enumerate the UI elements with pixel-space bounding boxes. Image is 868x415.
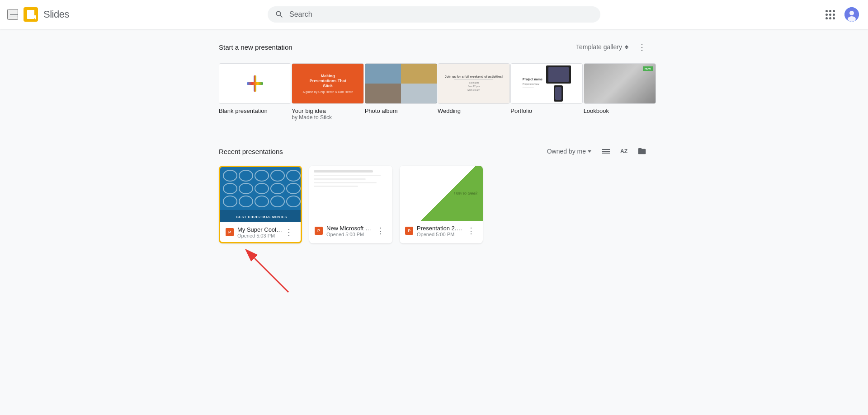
template-card-lookbook[interactable]: NEW Lookbook xyxy=(584,63,649,121)
chevron-down-icon xyxy=(588,150,591,153)
plus-icon xyxy=(247,75,263,92)
sort-az-button[interactable]: AZ xyxy=(617,144,631,159)
presentations-row: BEST CHRISTMAS MOVIES P My Super Cool Pr… xyxy=(219,166,649,243)
pres-details-1: My Super Cool Presentati... Opened 5:03 … xyxy=(237,226,283,238)
template-card-portfolio[interactable]: Project name Project overview————— xyxy=(510,63,576,121)
presentation-thumbnail-2 xyxy=(309,166,392,221)
search-input[interactable]: Search xyxy=(289,10,312,19)
template-name-blank: Blank presentation xyxy=(219,107,268,114)
template-thumbnail-blank xyxy=(219,63,291,104)
template-card-blank[interactable]: Blank presentation xyxy=(219,63,284,121)
template-subtitle-big-idea: by Made to Stick xyxy=(292,114,332,121)
wedding-divider xyxy=(454,79,493,80)
owned-by-filter-button[interactable]: Owned by me xyxy=(543,145,595,158)
red-arrow-icon xyxy=(230,247,320,297)
recent-section-header: Recent presentations Owned by me AZ xyxy=(219,144,649,159)
template-gallery-label: Template gallery xyxy=(576,43,622,51)
svg-point-2 xyxy=(848,16,856,22)
presentation-card-1[interactable]: BEST CHRISTMAS MOVIES P My Super Cool Pr… xyxy=(219,166,302,243)
pres-details-2: New Microsoft PowerPoi... Opened 5:00 PM xyxy=(326,225,374,237)
account-button[interactable] xyxy=(843,5,861,23)
svg-point-1 xyxy=(849,11,854,15)
portfolio-content: Project name Project overview————— xyxy=(523,78,542,89)
list-view-icon xyxy=(602,149,610,154)
more-options-button[interactable]: ⋮ xyxy=(635,40,649,54)
pres-type-icon-1: P xyxy=(226,228,234,236)
pres-info-left-3: P Presentation 2.pptx Opened 5:00 PM xyxy=(405,225,465,237)
template-gallery-controls: Template gallery ⋮ xyxy=(571,40,649,54)
template-thumbnail-big-idea: MakingPresentations ThatStick A guide by… xyxy=(292,63,364,104)
template-name-big-idea: Your big idea xyxy=(292,107,326,114)
template-name-lookbook: Lookbook xyxy=(584,107,609,114)
presentation-info-3: P Presentation 2.pptx Opened 5:00 PM ⋮ xyxy=(400,221,483,241)
pres-type-icon-3: P xyxy=(405,227,413,235)
list-view-button[interactable] xyxy=(599,144,613,159)
recent-controls: Owned by me AZ xyxy=(543,144,649,159)
big-idea-subtitle: A guide by Chip Heath & Dan Heath xyxy=(302,90,353,93)
template-card-big-idea[interactable]: MakingPresentations ThatStick A guide by… xyxy=(292,63,357,121)
arrow-annotation xyxy=(219,247,649,301)
template-card-photo-album[interactable]: Photo album xyxy=(365,63,430,121)
pres-name-2: New Microsoft PowerPoi... xyxy=(326,225,374,232)
recent-section: Recent presentations Owned by me AZ xyxy=(208,144,660,301)
pres-more-button-3[interactable]: ⋮ xyxy=(465,224,477,237)
photo-cell-1 xyxy=(365,64,401,84)
templates-row: Blank presentation MakingPresentations T… xyxy=(208,63,660,121)
presentation-thumbnail-3: How to Geek xyxy=(400,166,483,221)
template-card-wedding[interactable]: Join us for a full weekend of activities… xyxy=(438,63,503,121)
apps-grid-button[interactable] xyxy=(821,5,839,23)
presentation-info-1: P My Super Cool Presentati... Opened 5:0… xyxy=(220,222,301,242)
search-bar[interactable]: Search xyxy=(268,6,600,23)
app-name: Slides xyxy=(43,9,69,20)
big-idea-title: MakingPresentations ThatStick xyxy=(310,74,346,88)
template-name-photo-album: Photo album xyxy=(365,107,398,114)
header-right xyxy=(770,5,861,23)
pres-details-3: Presentation 2.pptx Opened 5:00 PM xyxy=(417,225,465,237)
owned-by-label: Owned by me xyxy=(547,148,586,155)
expand-collapse-icon xyxy=(625,45,628,49)
pres-type-icon-2: P xyxy=(315,227,323,235)
portfolio-devices xyxy=(546,65,571,102)
pres-time-1: Opened 5:03 PM xyxy=(237,233,283,238)
app-logo xyxy=(24,7,38,22)
template-thumbnail-portfolio: Project name Project overview————— xyxy=(510,63,583,104)
avatar xyxy=(844,7,859,22)
pres-name-3: Presentation 2.pptx xyxy=(417,225,465,232)
app-header: Slides Search xyxy=(0,0,868,29)
template-name-portfolio: Portfolio xyxy=(510,107,532,114)
pres-more-button-2[interactable]: ⋮ xyxy=(374,224,387,237)
wedding-body: Sat 6 pmSun 12 pmMon 10 am xyxy=(467,81,480,92)
pres-more-button-1[interactable]: ⋮ xyxy=(283,226,295,238)
template-gallery-button[interactable]: Template gallery xyxy=(571,41,633,53)
pres-info-left-1: P My Super Cool Presentati... Opened 5:0… xyxy=(226,226,283,238)
photo-cell-3 xyxy=(365,84,401,103)
template-thumbnail-photo-album xyxy=(365,63,437,104)
pres-time-2: Opened 5:00 PM xyxy=(326,232,374,237)
template-section: Start a new presentation Template galler… xyxy=(0,29,868,133)
folder-icon xyxy=(637,146,646,157)
template-name-wedding: Wedding xyxy=(438,107,461,114)
start-new-label: Start a new presentation xyxy=(219,43,292,51)
grid-dots-icon xyxy=(826,10,835,19)
presentation-card-2[interactable]: P New Microsoft PowerPoi... Opened 5:00 … xyxy=(309,166,392,243)
hamburger-menu-button[interactable] xyxy=(7,9,18,20)
recent-title: Recent presentations xyxy=(219,148,283,155)
photo-cell-2 xyxy=(401,64,437,84)
lookbook-badge: NEW xyxy=(643,66,653,71)
az-sort-icon: AZ xyxy=(620,148,627,154)
presentation-thumbnail-1: BEST CHRISTMAS MOVIES xyxy=(220,167,302,222)
pres-name-1: My Super Cool Presentati... xyxy=(237,226,283,233)
folder-view-button[interactable] xyxy=(635,144,649,159)
template-section-header: Start a new presentation Template galler… xyxy=(208,40,660,54)
presentation-info-2: P New Microsoft PowerPoi... Opened 5:00 … xyxy=(309,221,392,241)
pres-time-3: Opened 5:00 PM xyxy=(417,232,465,237)
svg-line-4 xyxy=(255,258,288,292)
search-icon xyxy=(275,10,284,19)
pres-info-left-2: P New Microsoft PowerPoi... Opened 5:00 … xyxy=(315,225,374,237)
photo-cell-4 xyxy=(401,84,437,103)
template-thumbnail-wedding: Join us for a full weekend of activities… xyxy=(438,63,510,104)
wedding-heading: Join us for a full weekend of activities… xyxy=(445,75,503,78)
search-bar-container: Search xyxy=(268,6,600,23)
template-thumbnail-lookbook: NEW xyxy=(584,63,656,104)
presentation-card-3[interactable]: How to Geek P Presentation 2.pptx Opened… xyxy=(400,166,483,243)
